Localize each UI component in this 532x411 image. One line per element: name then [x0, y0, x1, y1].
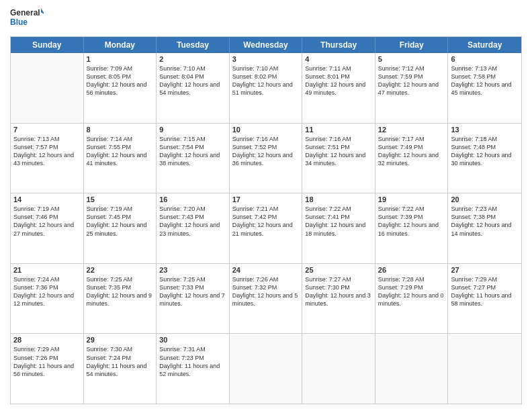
cal-cell-1-4: 11Sunrise: 7:16 AMSunset: 7:51 PMDayligh…	[302, 124, 375, 193]
cell-info: Sunrise: 7:19 AMSunset: 7:46 PMDaylight:…	[13, 205, 81, 238]
cal-cell-0-0	[11, 53, 84, 123]
day-number: 10	[232, 126, 300, 134]
cal-cell-2-6: 20Sunrise: 7:23 AMSunset: 7:38 PMDayligh…	[448, 193, 521, 263]
cal-cell-3-4: 25Sunrise: 7:27 AMSunset: 7:30 PMDayligh…	[302, 264, 375, 334]
logo-svg: General Blue	[10, 7, 44, 31]
calendar-row-1: 7Sunrise: 7:13 AMSunset: 7:57 PMDaylight…	[11, 124, 521, 194]
cell-info: Sunrise: 7:20 AMSunset: 7:43 PMDaylight:…	[159, 205, 226, 238]
cell-info: Sunrise: 7:12 AMSunset: 7:59 PMDaylight:…	[378, 64, 445, 97]
cal-cell-1-1: 8Sunrise: 7:14 AMSunset: 7:55 PMDaylight…	[84, 124, 157, 193]
cell-info: Sunrise: 7:30 AMSunset: 7:24 PMDaylight:…	[87, 345, 154, 378]
day-number: 6	[451, 55, 519, 63]
day-number: 4	[305, 55, 372, 63]
header-day-friday: Friday	[375, 37, 449, 53]
page: General Blue SundayMondayTuesdayWednesda…	[0, 0, 532, 411]
cal-cell-1-2: 9Sunrise: 7:15 AMSunset: 7:54 PMDaylight…	[157, 124, 230, 193]
cal-cell-4-4	[302, 334, 375, 404]
cell-info: Sunrise: 7:09 AMSunset: 8:05 PMDaylight:…	[87, 64, 154, 97]
header-day-sunday: Sunday	[11, 37, 84, 53]
day-number: 20	[451, 195, 519, 203]
day-number: 29	[87, 336, 154, 344]
day-number: 9	[159, 126, 226, 134]
day-number: 14	[13, 195, 81, 203]
cal-cell-3-2: 23Sunrise: 7:25 AMSunset: 7:33 PMDayligh…	[157, 264, 230, 334]
cal-cell-2-3: 17Sunrise: 7:21 AMSunset: 7:42 PMDayligh…	[230, 193, 303, 263]
cell-info: Sunrise: 7:27 AMSunset: 7:30 PMDaylight:…	[305, 275, 372, 308]
cal-cell-0-3: 3Sunrise: 7:10 AMSunset: 8:02 PMDaylight…	[230, 53, 303, 123]
calendar-row-0: 1Sunrise: 7:09 AMSunset: 8:05 PMDaylight…	[11, 53, 521, 124]
cal-cell-4-5	[375, 334, 449, 404]
calendar-header-row: SundayMondayTuesdayWednesdayThursdayFrid…	[11, 37, 521, 53]
cell-info: Sunrise: 7:14 AMSunset: 7:55 PMDaylight:…	[87, 135, 154, 168]
cal-cell-2-1: 15Sunrise: 7:19 AMSunset: 7:45 PMDayligh…	[84, 193, 157, 263]
cal-cell-1-5: 12Sunrise: 7:17 AMSunset: 7:49 PMDayligh…	[375, 124, 449, 193]
cal-cell-4-6	[448, 334, 521, 404]
day-number: 2	[159, 55, 226, 63]
header: General Blue	[10, 7, 522, 31]
cell-info: Sunrise: 7:24 AMSunset: 7:36 PMDaylight:…	[13, 275, 81, 308]
cal-cell-3-3: 24Sunrise: 7:26 AMSunset: 7:32 PMDayligh…	[230, 264, 303, 334]
cal-cell-0-5: 5Sunrise: 7:12 AMSunset: 7:59 PMDaylight…	[375, 53, 449, 123]
calendar-body: 1Sunrise: 7:09 AMSunset: 8:05 PMDaylight…	[11, 53, 521, 404]
day-number: 8	[87, 126, 154, 134]
cal-cell-3-5: 26Sunrise: 7:28 AMSunset: 7:29 PMDayligh…	[375, 264, 449, 334]
header-day-wednesday: Wednesday	[230, 37, 303, 53]
cell-info: Sunrise: 7:19 AMSunset: 7:45 PMDaylight:…	[87, 205, 154, 238]
day-number: 1	[87, 55, 154, 63]
cell-info: Sunrise: 7:15 AMSunset: 7:54 PMDaylight:…	[159, 135, 226, 168]
day-number: 26	[378, 266, 445, 274]
day-number: 25	[305, 266, 372, 274]
cell-info: Sunrise: 7:11 AMSunset: 8:01 PMDaylight:…	[305, 64, 372, 97]
cal-cell-3-6: 27Sunrise: 7:29 AMSunset: 7:27 PMDayligh…	[448, 264, 521, 334]
cell-info: Sunrise: 7:16 AMSunset: 7:52 PMDaylight:…	[232, 135, 300, 168]
day-number: 12	[378, 126, 445, 134]
cell-info: Sunrise: 7:17 AMSunset: 7:49 PMDaylight:…	[378, 135, 445, 168]
day-number: 15	[87, 195, 154, 203]
day-number: 22	[87, 266, 154, 274]
cell-info: Sunrise: 7:22 AMSunset: 7:39 PMDaylight:…	[378, 205, 445, 238]
day-number: 7	[13, 126, 81, 134]
calendar-row-2: 14Sunrise: 7:19 AMSunset: 7:46 PMDayligh…	[11, 193, 521, 264]
day-number: 3	[232, 55, 300, 63]
calendar-row-4: 28Sunrise: 7:29 AMSunset: 7:26 PMDayligh…	[11, 334, 521, 404]
day-number: 24	[232, 266, 300, 274]
cell-info: Sunrise: 7:31 AMSunset: 7:23 PMDaylight:…	[159, 345, 226, 378]
cell-info: Sunrise: 7:22 AMSunset: 7:41 PMDaylight:…	[305, 205, 372, 238]
header-day-thursday: Thursday	[302, 37, 375, 53]
cal-cell-4-0: 28Sunrise: 7:29 AMSunset: 7:26 PMDayligh…	[11, 334, 84, 404]
day-number: 18	[305, 195, 372, 203]
header-day-monday: Monday	[84, 37, 157, 53]
cal-cell-0-4: 4Sunrise: 7:11 AMSunset: 8:01 PMDaylight…	[302, 53, 375, 123]
cell-info: Sunrise: 7:26 AMSunset: 7:32 PMDaylight:…	[232, 275, 300, 308]
cal-cell-0-2: 2Sunrise: 7:10 AMSunset: 8:04 PMDaylight…	[157, 53, 230, 123]
day-number: 28	[13, 336, 81, 344]
cell-info: Sunrise: 7:16 AMSunset: 7:51 PMDaylight:…	[305, 135, 372, 168]
cell-info: Sunrise: 7:18 AMSunset: 7:48 PMDaylight:…	[451, 135, 519, 168]
calendar-row-3: 21Sunrise: 7:24 AMSunset: 7:36 PMDayligh…	[11, 264, 521, 334]
cal-cell-1-0: 7Sunrise: 7:13 AMSunset: 7:57 PMDaylight…	[11, 124, 84, 193]
cal-cell-1-3: 10Sunrise: 7:16 AMSunset: 7:52 PMDayligh…	[230, 124, 303, 193]
svg-text:General: General	[10, 8, 40, 17]
day-number: 23	[159, 266, 226, 274]
day-number: 19	[378, 195, 445, 203]
cell-info: Sunrise: 7:29 AMSunset: 7:26 PMDaylight:…	[13, 345, 81, 378]
cal-cell-2-0: 14Sunrise: 7:19 AMSunset: 7:46 PMDayligh…	[11, 193, 84, 263]
day-number: 5	[378, 55, 445, 63]
cal-cell-4-1: 29Sunrise: 7:30 AMSunset: 7:24 PMDayligh…	[84, 334, 157, 404]
cell-info: Sunrise: 7:23 AMSunset: 7:38 PMDaylight:…	[451, 205, 519, 238]
cal-cell-2-5: 19Sunrise: 7:22 AMSunset: 7:39 PMDayligh…	[375, 193, 449, 263]
cal-cell-3-1: 22Sunrise: 7:25 AMSunset: 7:35 PMDayligh…	[84, 264, 157, 334]
calendar: SundayMondayTuesdayWednesdayThursdayFrid…	[10, 36, 522, 404]
day-number: 30	[159, 336, 226, 344]
cell-info: Sunrise: 7:25 AMSunset: 7:33 PMDaylight:…	[159, 275, 226, 308]
cell-info: Sunrise: 7:28 AMSunset: 7:29 PMDaylight:…	[378, 275, 445, 308]
cell-info: Sunrise: 7:13 AMSunset: 7:57 PMDaylight:…	[13, 135, 81, 168]
header-day-saturday: Saturday	[448, 37, 521, 53]
day-number: 27	[451, 266, 519, 274]
day-number: 17	[232, 195, 300, 203]
day-number: 21	[13, 266, 81, 274]
cell-info: Sunrise: 7:10 AMSunset: 8:04 PMDaylight:…	[159, 64, 226, 97]
cell-info: Sunrise: 7:25 AMSunset: 7:35 PMDaylight:…	[87, 275, 154, 308]
cal-cell-4-3	[230, 334, 303, 404]
day-number: 13	[451, 126, 519, 134]
